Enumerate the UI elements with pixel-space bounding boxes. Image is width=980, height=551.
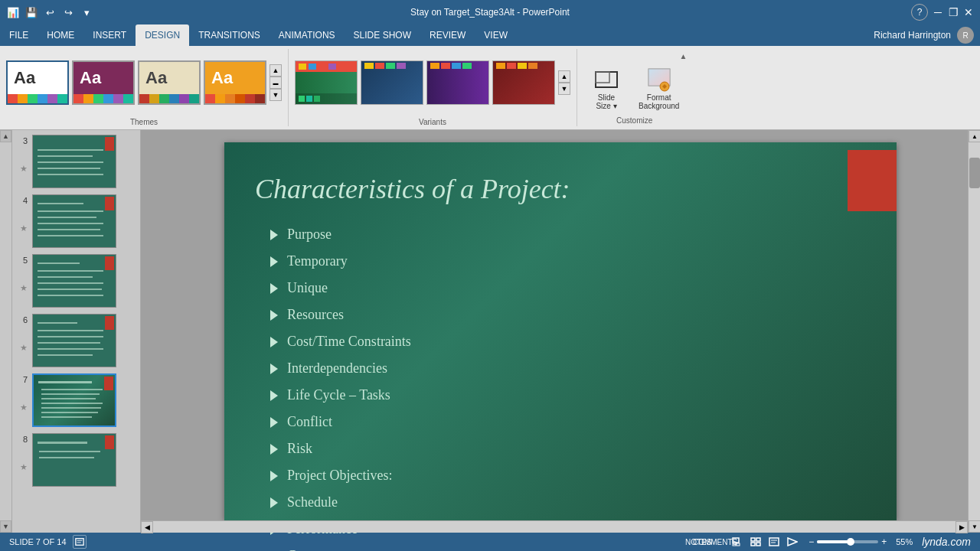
slide-panel-item-6[interactable]: 6 ★ xyxy=(15,312,137,369)
themes-scroll-mid[interactable]: ▬ xyxy=(270,77,282,89)
bullet-schedule[interactable]: Schedule xyxy=(270,494,411,510)
bullet-unique[interactable]: Unique xyxy=(270,280,411,296)
slide-panel-item-5[interactable]: 5 ★ xyxy=(15,253,137,309)
slide-number-5: 5 xyxy=(17,256,28,265)
panel-scroll-up-button[interactable]: ▲ xyxy=(0,130,11,142)
variant-2[interactable] xyxy=(361,60,423,105)
slide-panel-item-7[interactable]: 7 ★ xyxy=(15,372,137,429)
bullet-text: Interdependencies xyxy=(287,360,387,377)
svg-rect-17 xyxy=(769,538,779,546)
reading-view-icon[interactable] xyxy=(767,535,781,549)
tab-slideshow[interactable]: SLIDE SHOW xyxy=(345,24,420,46)
tab-home[interactable]: HOME xyxy=(38,24,83,46)
slide-panel-item-4[interactable]: 4 ★ xyxy=(15,193,137,249)
slide-thumb-8[interactable] xyxy=(32,433,116,487)
ribbon-collapse-button[interactable]: ▲ xyxy=(676,51,690,62)
normal-view-icon[interactable] xyxy=(730,535,744,549)
vscroll-up-button[interactable]: ▲ xyxy=(969,130,980,142)
slide-thumb-4[interactable] xyxy=(32,194,116,248)
panel-scroll-down-button[interactable]: ▼ xyxy=(0,520,11,533)
bullet-conflict[interactable]: Conflict xyxy=(270,414,411,430)
presenter-view-icon[interactable] xyxy=(786,535,799,549)
theme-3[interactable]: Aa xyxy=(138,60,201,105)
hscroll-left-button[interactable]: ◀ xyxy=(141,521,153,533)
theme-2[interactable]: Aa xyxy=(72,60,135,105)
slide-panel-item-8[interactable]: 8 ★ xyxy=(15,432,137,488)
slide-star-5: ★ xyxy=(20,283,28,293)
zoom-level[interactable]: 55% xyxy=(896,537,913,546)
title-right-area: ? ─ ❐ ✕ xyxy=(911,4,974,21)
theme-1[interactable]: Aa xyxy=(6,60,69,105)
canvas-vertical-scrollbar[interactable]: ▲ ▼ xyxy=(968,130,980,533)
tab-view[interactable]: VIEW xyxy=(475,24,517,46)
bullet-interdependencies[interactable]: Interdependencies xyxy=(270,360,411,377)
variant-3[interactable] xyxy=(426,60,489,105)
themes-content: Aa Aa xyxy=(6,49,282,116)
undo-icon[interactable]: ↩ xyxy=(43,5,57,19)
themes-scroll-up[interactable]: ▲ xyxy=(270,64,282,77)
variants-scroll-down[interactable]: ▼ xyxy=(558,83,570,95)
minimize-button[interactable]: ─ xyxy=(933,7,943,18)
lynda-logo: lynda.com xyxy=(922,536,971,548)
themes-scroll-down[interactable]: ▼ xyxy=(270,89,282,101)
vscroll-down-button[interactable]: ▼ xyxy=(969,520,980,533)
slide-thumb-7[interactable] xyxy=(32,373,116,427)
canvas-horizontal-scrollbar[interactable]: ◀ ▶ xyxy=(141,520,968,533)
bullet-resources[interactable]: Resources xyxy=(270,307,411,323)
close-button[interactable]: ✕ xyxy=(963,7,974,18)
slide-canvas[interactable]: Characteristics of a Project: Purpose Te… xyxy=(224,142,897,520)
slide-sorter-icon[interactable] xyxy=(749,535,763,549)
slide-thumb-5[interactable] xyxy=(32,254,116,308)
zoom-plus-icon[interactable]: + xyxy=(881,536,887,547)
thumb-line xyxy=(39,457,94,458)
variant-4[interactable] xyxy=(492,60,555,105)
comments-button[interactable]: COMMENTS xyxy=(707,535,721,549)
variants-scroll-up[interactable]: ▲ xyxy=(558,70,570,83)
thumb-line xyxy=(38,282,103,284)
tab-animations[interactable]: ANIMATIONS xyxy=(270,24,345,46)
thumb-line xyxy=(41,416,92,418)
thumb-line xyxy=(41,398,96,399)
format-background-button[interactable]: FormatBackground xyxy=(632,63,685,113)
bullet-temporary[interactable]: Temporary xyxy=(270,253,411,269)
tab-file[interactable]: FILE xyxy=(0,24,38,46)
app-title: Stay on Target_Stage3Alt - PowerPoint xyxy=(410,7,570,18)
slide-thumb-3[interactable] xyxy=(32,135,116,188)
bullet-cost[interactable]: Cost xyxy=(270,548,411,551)
slide-panel-item-3[interactable]: 3 ★ xyxy=(15,133,137,190)
thumb-line xyxy=(38,217,96,218)
zoom-track[interactable] xyxy=(817,540,878,543)
tab-insert[interactable]: INSERT xyxy=(83,24,136,46)
bullet-lifecycle[interactable]: Life Cycle – Tasks xyxy=(270,387,411,403)
variant-1[interactable] xyxy=(295,60,358,105)
svg-rect-16 xyxy=(756,543,760,546)
bullet-risk[interactable]: Risk xyxy=(270,441,411,457)
zoom-minus-icon[interactable]: − xyxy=(808,536,814,547)
customize-qa-icon[interactable]: ▾ xyxy=(80,5,93,19)
slide-thumb-6[interactable] xyxy=(32,314,116,367)
user-name[interactable]: Richard Harrington xyxy=(874,30,951,41)
theme-4[interactable]: Aa xyxy=(204,60,266,105)
tab-review[interactable]: REVIEW xyxy=(420,24,475,46)
bullet-text: Unique xyxy=(287,280,328,296)
hscroll-right-button[interactable]: ▶ xyxy=(956,521,968,533)
bullet-cost-time[interactable]: Cost/Time Constraints xyxy=(270,334,411,350)
thumb-red-6 xyxy=(105,316,114,330)
vscroll-thumb[interactable] xyxy=(969,158,980,188)
bullet-objectives[interactable]: Project Objectives: xyxy=(270,468,411,484)
thumb-line xyxy=(38,348,103,350)
zoom-handle[interactable] xyxy=(847,538,854,546)
restore-button[interactable]: ❐ xyxy=(948,7,959,18)
slide-notes-icon[interactable] xyxy=(73,535,87,549)
thumb-line xyxy=(41,403,103,404)
tab-design[interactable]: DESIGN xyxy=(136,24,189,46)
save-icon[interactable]: 💾 xyxy=(24,5,38,19)
bullet-purpose[interactable]: Purpose xyxy=(270,227,411,243)
redo-icon[interactable]: ↪ xyxy=(61,5,75,19)
zoom-slider[interactable]: − + xyxy=(808,536,887,547)
slide-title[interactable]: Characteristics of a Project: xyxy=(255,173,570,205)
tab-transitions[interactable]: TRANSITIONS xyxy=(189,24,270,46)
slide-size-button[interactable]: SlideSize ▾ xyxy=(583,63,629,113)
hscroll-track xyxy=(153,521,956,533)
help-icon[interactable]: ? xyxy=(911,4,928,21)
